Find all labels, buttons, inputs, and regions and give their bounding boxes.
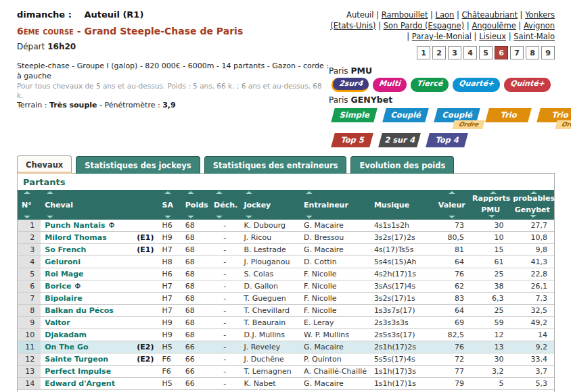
- horse-name-link[interactable]: On The Go: [45, 343, 88, 351]
- race-number-button[interactable]: 3: [448, 46, 461, 59]
- horse-name-link[interactable]: Roi Mage: [45, 270, 83, 278]
- column-header-dech[interactable]: Déch.: [210, 190, 239, 220]
- geny-bet-badge[interactable]: 2 sur 4: [380, 133, 419, 147]
- pmu-bet-badge[interactable]: Quinté+: [503, 78, 551, 92]
- race-number-button[interactable]: 9: [541, 46, 555, 59]
- race-number-button[interactable]: 2: [432, 46, 446, 59]
- pmu-prefix: Paris: [329, 66, 348, 76]
- horse-name-link[interactable]: Djakadam: [45, 330, 87, 339]
- meeting-link[interactable]: Laon: [436, 10, 455, 20]
- horse-name-link[interactable]: Valtor: [45, 318, 70, 327]
- race-number-button[interactable]: 5: [479, 46, 493, 59]
- meeting-link[interactable]: Avignon: [524, 21, 555, 30]
- meeting-link[interactable]: Angoulême: [472, 21, 516, 30]
- cell-valeur: 81: [433, 244, 471, 256]
- sort-asc-icon: [187, 191, 194, 194]
- column-header-sa[interactable]: SA: [158, 190, 181, 220]
- race-number-button[interactable]: 1: [417, 46, 430, 59]
- cell-genybet-odds: 9,2: [510, 341, 554, 353]
- race-number-button[interactable]: 8: [526, 46, 539, 59]
- cell-number: 8: [18, 305, 41, 317]
- horse-name-link[interactable]: Borice: [45, 282, 71, 291]
- horse-name-link[interactable]: Perfect Impulse: [45, 367, 111, 376]
- cell-jockey: T. Gueguen: [239, 293, 300, 305]
- pmu-bet-badge[interactable]: 2sur4: [331, 78, 369, 92]
- tab-chevaux[interactable]: Chevaux: [17, 155, 72, 174]
- meetings-panel: Auteuil | Rambouillet | Laon | Châteaubr…: [329, 9, 555, 147]
- column-header-horse[interactable]: Cheval: [41, 190, 158, 220]
- geny-badge-shape: 2 sur 4: [378, 133, 421, 147]
- course-number: 6ème course: [17, 26, 74, 36]
- horse-name-link[interactable]: Bipolaire: [45, 294, 82, 303]
- meeting-link[interactable]: Paray-le-Monial: [412, 32, 472, 41]
- meeting-link[interactable]: Châteaubriant: [462, 10, 518, 20]
- geny-bet-badge[interactable]: Top 5: [333, 133, 371, 147]
- tab-statistiques-des-entra-neurs[interactable]: Statistiques des entraîneurs: [204, 156, 347, 174]
- cell-sa: H9: [158, 329, 181, 341]
- tab-statistiques-des-jockeys[interactable]: Statistiques des jockeys: [76, 156, 200, 174]
- horse-name-link[interactable]: So French: [45, 245, 86, 254]
- geny-bet-badge[interactable]: Couplé: [384, 108, 427, 122]
- pmu-bet-badge[interactable]: Tiercé: [410, 78, 449, 92]
- cell-musique: 2s1h(17)2s: [370, 341, 433, 353]
- column-header-poids[interactable]: Poids: [181, 190, 210, 220]
- meeting-link[interactable]: Auteuil: [346, 10, 373, 20]
- column-header-valeur[interactable]: Valeur: [433, 190, 471, 220]
- horse-name-link[interactable]: Edward d'Argent: [45, 379, 115, 388]
- cell-dech: -: [210, 366, 239, 378]
- cell-horse: Sainte Turgeon(E2): [41, 353, 158, 366]
- race-number-button[interactable]: 6: [495, 46, 508, 59]
- meeting-link[interactable]: Son Pardo (Espagne): [384, 21, 465, 30]
- column-header-jockey[interactable]: Jockey: [239, 190, 300, 220]
- cell-dech: -: [210, 317, 239, 329]
- day-label: dimanche :: [17, 9, 72, 20]
- cell-horse: BoriceΦ: [41, 280, 158, 293]
- geny-badge-shape: Couplé: [382, 108, 429, 122]
- cell-musique: 2s5s3s(17): [370, 329, 433, 341]
- pmu-bet-badge[interactable]: Multi: [372, 78, 407, 92]
- geny-bet-badge[interactable]: TrioOrdre: [539, 108, 571, 122]
- pmu-name: PMU: [350, 66, 372, 76]
- coupled-entry-tag: (E1): [137, 245, 154, 254]
- column-header-trainer[interactable]: Entraineur: [300, 190, 370, 220]
- page: dimanche : Auteuil (R1) 6ème course - Gr…: [0, 0, 571, 392]
- column-header-num[interactable]: N°: [18, 190, 41, 220]
- horse-name-link[interactable]: Geluroni: [45, 258, 81, 266]
- horse-cell-content: On The Go(E2): [45, 343, 154, 351]
- race-number-button[interactable]: 7: [510, 46, 524, 59]
- column-label: PMU: [481, 205, 500, 214]
- horse-name-link[interactable]: Punch Nantais: [45, 221, 105, 230]
- race-number-button[interactable]: 4: [463, 46, 477, 59]
- sort-desc-icon: [24, 216, 30, 218]
- coupled-entry-tag: (E2): [137, 355, 154, 364]
- cell-trainer: W. P. Mullins: [300, 329, 370, 341]
- geny-bet-badge[interactable]: Trio: [487, 108, 530, 122]
- horse-name-link[interactable]: Balkan du Pécos: [45, 306, 114, 315]
- cell-dech: -: [210, 378, 239, 390]
- column-header-pmu[interactable]: PMU: [471, 204, 510, 220]
- cell-musique: 3sAs(17)4s: [370, 280, 433, 293]
- column-label: Genybet: [515, 205, 550, 214]
- meeting-link[interactable]: Saint-Malo: [513, 32, 555, 41]
- table-row: 5Roi MageH668-S. ColasF. Nicolle4s2h(17)…: [18, 268, 554, 280]
- column-header-genybet[interactable]: Genybet: [510, 204, 554, 220]
- geny-bet-badge[interactable]: Top 4: [428, 133, 466, 147]
- partants-title: Partants: [18, 174, 554, 190]
- cell-dech: -: [210, 244, 239, 256]
- geny-bet-badge[interactable]: Simple: [333, 108, 375, 122]
- tab-evolution-des-poids[interactable]: Evolution des poids: [350, 156, 454, 174]
- horse-cell-content: Punch NantaisΦ: [45, 221, 154, 230]
- link-separator: |: [464, 21, 472, 30]
- horse-name-link[interactable]: Sainte Turgeon: [45, 355, 108, 364]
- cell-horse: Djakadam: [41, 329, 158, 341]
- pmu-bet-badge[interactable]: Quarté+: [452, 78, 501, 92]
- link-separator: |: [518, 10, 525, 20]
- meeting-link[interactable]: Rambouillet: [382, 10, 428, 20]
- cell-jockey: J. Ricou: [239, 232, 300, 244]
- horse-name-link[interactable]: Milord Thomas: [45, 233, 107, 242]
- geny-bet-badge[interactable]: CoupléOrdre: [436, 108, 478, 122]
- geny-badge-label: Top 5: [333, 135, 371, 145]
- meeting-link[interactable]: Lisieux: [479, 32, 506, 41]
- cell-sa: H7: [158, 244, 181, 256]
- column-head-stack: Cheval: [45, 191, 154, 218]
